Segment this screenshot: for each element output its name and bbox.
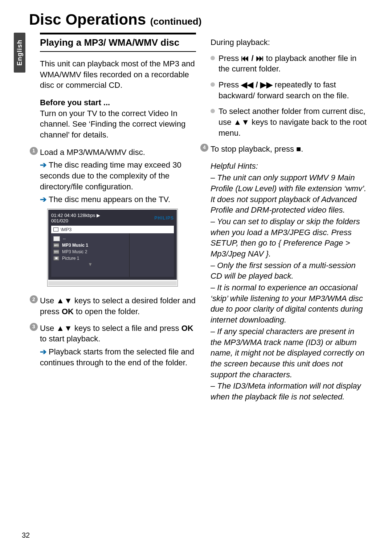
step-4: 4 To stop playback, press ■. — [200, 144, 367, 155]
during-playback-label: During playback: — [211, 37, 367, 48]
tv-row-2: MP3 Music 1 — [62, 243, 88, 248]
prev-next-track-icon: ⏮ / ⏭ — [241, 54, 264, 63]
stop-button-icon: ■ — [296, 144, 301, 153]
ok-label: OK — [181, 324, 193, 333]
step-3-text: Use ▲▼ keys to select a file and press O… — [40, 323, 196, 344]
page-title: Disc Operations (continued) — [29, 11, 201, 28]
rewind-ff-icon: ◀◀ / ▶▶ — [241, 80, 272, 89]
bullet-icon — [211, 109, 215, 113]
tv-path-text: \MP3 — [61, 227, 72, 232]
arrow-icon: ➔ — [40, 347, 46, 356]
bullet-prev-next: Press ⏮ / ⏭ to playback another file in … — [211, 53, 367, 74]
step-3-bullet: 3 — [30, 323, 38, 331]
text: Use — [40, 296, 56, 305]
step-4-text: To stop playback, press ■. — [211, 144, 367, 155]
intro-text: This unit can playback most of the MP3 a… — [40, 58, 196, 91]
language-tab: English — [14, 33, 25, 73]
tv-row-3: MP3 Music 2 — [62, 249, 87, 254]
step-2: 2 Use ▲▼ keys to select a desired folder… — [30, 295, 196, 317]
section-rule-top — [40, 33, 196, 34]
picture-file-icon — [53, 256, 59, 260]
step-3-sub-text: Playback starts from the selected file a… — [40, 347, 194, 367]
left-column: Playing a MP3/ WMA/WMV disc This unit ca… — [40, 33, 196, 403]
step-1-sub-1-text: The disc reading time may exceed 30 seco… — [40, 160, 181, 191]
arrow-icon: ➔ — [40, 195, 46, 204]
step-1-bullet: 1 — [30, 147, 38, 155]
title-continued: (continued) — [150, 16, 202, 27]
text: to start playback. — [40, 334, 100, 343]
hint-1: – The unit can only support WMV 9 Main P… — [211, 172, 367, 216]
up-down-keys-icon: ▲▼ — [234, 118, 250, 127]
text: keys to select a file and press — [72, 324, 181, 333]
hint-5: – If any special characters are present … — [211, 326, 367, 380]
hint-2: – You can set to display or skip the fol… — [211, 216, 367, 259]
step-3-sub: ➔Playback starts from the selected file … — [40, 346, 196, 368]
folder-icon — [53, 227, 58, 231]
step-4-bullet: 4 — [200, 144, 208, 152]
text: to open the folder. — [74, 307, 140, 316]
up-down-keys-icon: ▲▼ — [56, 324, 72, 333]
tv-row-4: Picture 1 — [62, 256, 79, 261]
step-1-sub-1: ➔The disc reading time may exceed 30 sec… — [40, 160, 196, 192]
step-1-sub-2: ➔The disc menu appears on the TV. — [40, 194, 196, 205]
text: Use — [40, 324, 56, 333]
tv-count: 001/020 — [51, 218, 100, 223]
up-down-keys-icon: ▲▼ — [56, 296, 72, 305]
title-main: Disc Operations — [29, 11, 150, 28]
text: . — [301, 144, 303, 153]
bullet-icon — [211, 56, 215, 60]
arrow-icon: ➔ — [40, 160, 46, 169]
mp3-file-icon — [53, 243, 59, 247]
section-rule-bottom — [40, 51, 196, 52]
text: Press — [219, 80, 241, 89]
before-text: Turn on your TV to the correct Video In … — [40, 109, 185, 139]
hint-4: – It is normal to experience an occasion… — [211, 282, 367, 325]
step-1-text: Load a MP3/WMA/WMV disc. — [40, 147, 196, 158]
text: Press — [219, 54, 241, 63]
down-arrow-icon: ▼ — [53, 262, 127, 267]
bullet-icon — [211, 82, 215, 87]
tv-time-row: 01:42 04:40 128kbps ▶ — [51, 213, 100, 218]
before-label: Before you start ... — [40, 98, 110, 107]
page-number: 32 — [22, 531, 30, 539]
bullet-folder-nav: To select another folder from current di… — [211, 106, 367, 138]
hint-3: – Only the first session of a multi-sess… — [211, 260, 367, 282]
hints-title: Helpful Hints: — [211, 161, 367, 171]
tv-screen-illustration: 01:42 04:40 128kbps ▶ 001/020 PHILIPS \M… — [47, 209, 178, 287]
step-3: 3 Use ▲▼ keys to select a file and press… — [30, 323, 196, 344]
step-2-bullet: 2 — [30, 295, 38, 303]
section-title: Playing a MP3/ WMA/WMV disc — [40, 37, 196, 48]
language-tab-label: English — [16, 40, 24, 66]
ok-label: OK — [62, 307, 74, 316]
tv-row-1: -- — [63, 236, 66, 241]
mp3-file-icon — [53, 250, 59, 254]
right-column: During playback: Press ⏮ / ⏭ to playback… — [211, 33, 367, 403]
hint-6: – The ID3/Meta information will not disp… — [211, 381, 367, 402]
bullet-rew-ff: Press ◀◀ / ▶▶ repeatedly to fast backwar… — [211, 79, 367, 101]
text: To stop playback, press — [211, 144, 296, 153]
step-1-sub-2-text: The disc menu appears on the TV. — [49, 195, 170, 204]
before-block: Before you start ... Turn on your TV to … — [40, 97, 196, 140]
folder-icon — [53, 236, 60, 241]
step-2-text: Use ▲▼ keys to select a desired folder a… — [40, 295, 196, 317]
step-1: 1 Load a MP3/WMA/WMV disc. — [30, 147, 196, 158]
tv-brand: PHILIPS — [154, 216, 174, 221]
tv-path-bar: \MP3 — [51, 226, 174, 233]
